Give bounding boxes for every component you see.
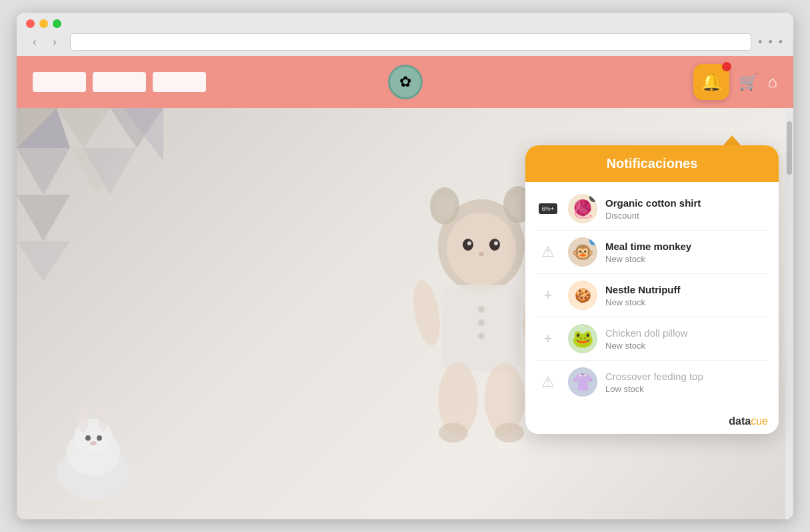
nav-item-2[interactable] <box>93 72 146 92</box>
svg-marker-6 <box>17 195 70 241</box>
svg-point-14 <box>98 405 109 431</box>
browser-window: ‹ › • • • ✿ 🔔 <box>17 13 793 519</box>
svg-marker-9 <box>17 241 70 281</box>
svg-point-34 <box>439 423 468 443</box>
notification-bell-container: 🔔 <box>693 64 729 100</box>
browser-toolbar: ‹ › • • • <box>26 33 784 51</box>
warning-icon-2: ⚠ <box>541 373 555 391</box>
notif-text-crossover: Crossover feeding top Low stock <box>605 371 768 394</box>
shirt-name: Organic cotton shirt <box>605 197 768 209</box>
svg-point-30 <box>409 278 444 348</box>
product-img-monkey: 🐵 ✓ <box>568 237 597 267</box>
close-button[interactable] <box>26 19 35 28</box>
bg-triangles <box>17 108 163 281</box>
scrollbar-thumb[interactable] <box>787 121 792 175</box>
cart-icon[interactable]: 🛒 <box>739 73 759 91</box>
product-img-chicken: 🐸 <box>568 324 597 353</box>
bunny-figure <box>50 399 137 499</box>
crossover-sub: Low stock <box>605 384 768 394</box>
shirt-sub: Discount <box>605 211 768 221</box>
notif-icon-area-4: + <box>536 330 560 347</box>
svg-rect-29 <box>441 285 521 371</box>
svg-point-13 <box>78 406 89 433</box>
notif-icon-area-1: 6%+ <box>536 203 560 214</box>
svg-point-22 <box>509 194 527 218</box>
home-icon[interactable]: ⌂ <box>768 73 778 91</box>
notification-badge <box>722 62 731 71</box>
notification-panel: Notificaciones 6%+ 🧶 <box>525 145 779 434</box>
back-button[interactable]: ‹ <box>26 33 43 51</box>
forward-button[interactable]: › <box>46 33 63 51</box>
product-img-dress: 👚 <box>568 367 597 397</box>
notif-text-chicken: Chicken doll pillow New stock <box>605 327 768 351</box>
traffic-lights <box>26 19 784 28</box>
notification-item-crossover[interactable]: ⚠ 👚 Crossover feeding top Low stock <box>536 361 768 403</box>
brand-data: data <box>729 415 751 427</box>
minimize-button[interactable] <box>39 19 48 28</box>
plus-icon-2: + <box>544 330 553 347</box>
notification-header: Notificaciones <box>525 145 779 182</box>
notification-item-monkey[interactable]: ⚠ 🐵 ✓ Meal time monkey New stock <box>536 231 768 274</box>
plus-icon-1: + <box>544 287 553 304</box>
svg-point-37 <box>478 319 485 326</box>
svg-point-26 <box>467 241 471 245</box>
dress-emoji: 👚 <box>572 372 593 393</box>
nav-placeholders <box>33 72 206 92</box>
svg-point-21 <box>435 195 454 219</box>
crossover-name: Crossover feeding top <box>605 371 768 383</box>
svg-point-23 <box>447 213 516 286</box>
notification-title: Notificaciones <box>607 156 698 171</box>
svg-point-16 <box>97 435 102 441</box>
store-logo: ✿ <box>388 65 423 99</box>
svg-marker-4 <box>17 148 70 195</box>
nav-buttons: ‹ › <box>26 33 63 51</box>
product-img-shirt: 🧶 <box>568 194 597 223</box>
monkey-sub: New stock <box>605 254 768 264</box>
main-area: Notificaciones 6%+ 🧶 <box>17 108 793 519</box>
maximize-button[interactable] <box>53 19 61 28</box>
discount-badge <box>589 194 597 202</box>
monkey-emoji: 🐵 <box>572 242 593 263</box>
notif-icon-area-5: ⚠ <box>536 373 560 391</box>
notification-item-organic-shirt[interactable]: 6%+ 🧶 Organic cotton shirt Discount <box>536 187 768 231</box>
browser-menu[interactable]: • • • <box>758 35 784 49</box>
notification-panel-wrapper: Notificaciones 6%+ 🧶 <box>525 145 779 434</box>
warning-icon-1: ⚠ <box>541 243 555 261</box>
notif-text-shirt: Organic cotton shirt Discount <box>605 197 768 221</box>
shirt-emoji: 🧶 <box>572 199 593 219</box>
svg-point-15 <box>85 435 91 441</box>
nestle-emoji: 🍪 <box>575 287 591 303</box>
notification-bell-button[interactable]: 🔔 <box>693 64 729 100</box>
nestle-sub: New stock <box>605 297 768 307</box>
battery-icon: 6%+ <box>539 203 557 214</box>
store-header: ✿ 🔔 🛒 ⌂ <box>17 56 793 108</box>
notif-text-monkey: Meal time monkey New stock <box>605 241 768 264</box>
bell-icon: 🔔 <box>701 72 722 93</box>
header-icons: 🔔 🛒 ⌂ <box>693 64 778 100</box>
check-badge: ✓ <box>589 237 597 245</box>
notif-icon-area-2: ⚠ <box>536 243 560 261</box>
notification-item-chicken[interactable]: + 🐸 Chicken doll pillow New stock <box>536 317 768 361</box>
nestle-name: Nestle Nutripuff <box>605 284 768 296</box>
svg-point-27 <box>494 241 498 245</box>
address-bar[interactable] <box>70 33 751 51</box>
svg-point-38 <box>478 333 485 339</box>
notif-text-nestle: Nestle Nutripuff New stock <box>605 284 768 307</box>
svg-point-28 <box>479 252 484 256</box>
notif-icon-area-3: + <box>536 287 560 304</box>
product-img-nestle: 🍪 <box>568 281 597 310</box>
notification-item-nestle[interactable]: + 🍪 Nestle Nutripuff New stock <box>536 274 768 317</box>
svg-point-35 <box>495 423 524 443</box>
svg-point-17 <box>90 441 97 445</box>
svg-point-36 <box>478 306 485 313</box>
browser-chrome: ‹ › • • • <box>17 13 793 56</box>
chicken-emoji: 🐸 <box>572 329 593 349</box>
notification-list: 6%+ 🧶 Organic cotton shirt Discount <box>525 182 779 411</box>
nav-item-1[interactable] <box>33 72 86 92</box>
page-content: ✿ 🔔 🛒 ⌂ <box>17 56 793 519</box>
panel-pointer <box>723 135 741 146</box>
nav-item-3[interactable] <box>153 72 206 92</box>
chicken-name: Chicken doll pillow <box>605 327 768 339</box>
chicken-sub: New stock <box>605 341 768 351</box>
scrollbar[interactable] <box>785 108 793 519</box>
